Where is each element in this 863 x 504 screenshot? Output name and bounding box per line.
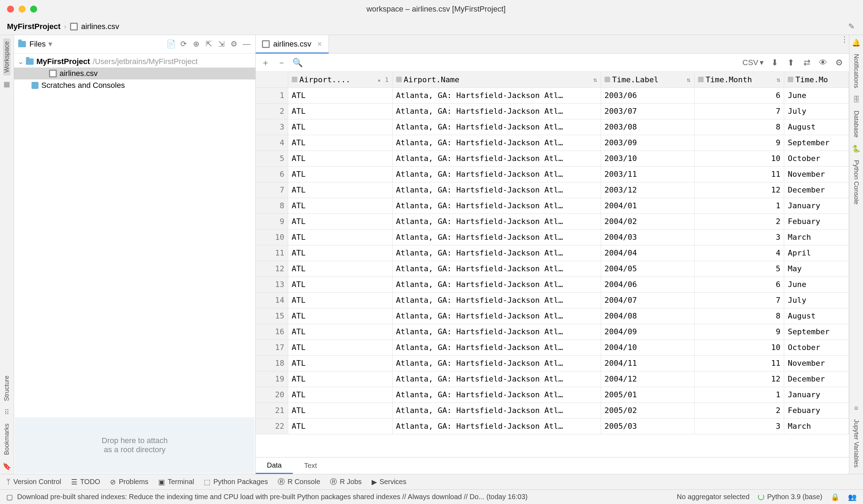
cell-time-label[interactable]: 2004/06	[601, 276, 694, 292]
bell-icon[interactable]: 🔔	[852, 38, 861, 47]
table-row[interactable]: 20ATLAtlanta, GA: Hartsfield-Jackson Atl…	[256, 387, 849, 402]
gear-icon[interactable]: ⚙	[229, 40, 239, 49]
cell-time-month[interactable]: 5	[694, 261, 784, 276]
cell-airport-code[interactable]: ATL	[288, 182, 392, 198]
cell-time-month[interactable]: 1	[694, 198, 784, 214]
cell-time-label[interactable]: 2003/06	[601, 88, 694, 103]
cell-airport-name[interactable]: Atlanta, GA: Hartsfield-Jackson Atl…	[392, 245, 601, 261]
cell-time-month[interactable]: 11	[694, 355, 784, 371]
cell-airport-code[interactable]: ATL	[288, 261, 392, 276]
data-grid[interactable]: Airport.... ▴ 1 Airport.Name ⇅	[256, 72, 849, 457]
cell-time-label[interactable]: 2003/10	[601, 150, 694, 166]
row-number-cell[interactable]: 21	[256, 402, 288, 418]
tree-file-node[interactable]: airlines.csv	[14, 68, 255, 79]
row-number-cell[interactable]: 20	[256, 387, 288, 402]
aggregator-status[interactable]: No aggregator selected	[677, 493, 750, 501]
python-packages-tool-button[interactable]: ⬚ Python Packages	[204, 478, 268, 486]
cell-airport-code[interactable]: ATL	[288, 88, 392, 103]
table-row[interactable]: 16ATLAtlanta, GA: Hartsfield-Jackson Atl…	[256, 324, 849, 340]
cell-time-label[interactable]: 2004/11	[601, 355, 694, 371]
cell-time-month-name[interactable]: November	[784, 166, 849, 182]
row-number-cell[interactable]: 11	[256, 245, 288, 261]
cell-time-month-name[interactable]: March	[784, 418, 849, 434]
cell-airport-code[interactable]: ATL	[288, 292, 392, 308]
row-number-cell[interactable]: 15	[256, 308, 288, 324]
cell-airport-code[interactable]: ATL	[288, 418, 392, 434]
column-header-airport-name[interactable]: Airport.Name ⇅	[392, 72, 601, 88]
cell-airport-name[interactable]: Atlanta, GA: Hartsfield-Jackson Atl…	[392, 418, 601, 434]
cell-airport-name[interactable]: Atlanta, GA: Hartsfield-Jackson Atl…	[392, 292, 601, 308]
structure-tool-button[interactable]: Structure	[3, 373, 11, 404]
table-row[interactable]: 7ATLAtlanta, GA: Hartsfield-Jackson Atl……	[256, 182, 849, 198]
cell-airport-name[interactable]: Atlanta, GA: Hartsfield-Jackson Atl…	[392, 135, 601, 150]
window-zoom-button[interactable]	[30, 6, 37, 13]
table-row[interactable]: 1ATLAtlanta, GA: Hartsfield-Jackson Atl……	[256, 88, 849, 103]
chevron-down-icon[interactable]: ⌄	[18, 57, 23, 66]
database-icon[interactable]: 🗄	[852, 95, 861, 104]
cell-time-month[interactable]: 2	[694, 402, 784, 418]
project-root-node[interactable]: ⌄ MyFirstProject /Users/jetbrains/MyFirs…	[14, 56, 255, 68]
cell-time-label[interactable]: 2004/12	[601, 371, 694, 387]
cell-airport-code[interactable]: ATL	[288, 387, 392, 402]
reload-icon[interactable]: ⟳	[179, 40, 188, 49]
drop-area[interactable]: Drop here to attach as a root directory	[15, 417, 255, 473]
cell-time-label[interactable]: 2003/07	[601, 103, 694, 119]
cell-airport-code[interactable]: ATL	[288, 355, 392, 371]
cell-time-month-name[interactable]: January	[784, 387, 849, 402]
add-row-icon[interactable]: ＋	[261, 58, 270, 68]
column-header-time-month-name[interactable]: Time.Mo	[784, 72, 849, 88]
scratches-node[interactable]: Scratches and Consoles	[14, 79, 255, 91]
cell-time-month-name[interactable]: September	[784, 135, 849, 150]
cell-time-month[interactable]: 7	[694, 103, 784, 119]
view-tab-text[interactable]: Text	[293, 457, 328, 474]
cell-airport-code[interactable]: ATL	[288, 150, 392, 166]
cell-time-label[interactable]: 2003/12	[601, 182, 694, 198]
cell-time-label[interactable]: 2005/01	[601, 387, 694, 402]
table-row[interactable]: 15ATLAtlanta, GA: Hartsfield-Jackson Atl…	[256, 308, 849, 324]
cell-time-month-name[interactable]: October	[784, 340, 849, 355]
cell-airport-name[interactable]: Atlanta, GA: Hartsfield-Jackson Atl…	[392, 371, 601, 387]
cell-airport-code[interactable]: ATL	[288, 324, 392, 340]
cell-time-month-name[interactable]: April	[784, 245, 849, 261]
cell-time-month-name[interactable]: Febuary	[784, 402, 849, 418]
table-row[interactable]: 3ATLAtlanta, GA: Hartsfield-Jackson Atl……	[256, 119, 849, 135]
cell-time-month[interactable]: 8	[694, 308, 784, 324]
breadcrumb-file[interactable]: airlines.csv	[81, 22, 119, 31]
cell-time-label[interactable]: 2004/08	[601, 308, 694, 324]
database-tool-button[interactable]: Database	[852, 108, 860, 140]
bookmarks-tool-button[interactable]: Bookmarks	[3, 421, 11, 458]
upload-icon[interactable]: ⬆	[786, 58, 796, 68]
cell-time-month[interactable]: 11	[694, 166, 784, 182]
cell-airport-name[interactable]: Atlanta, GA: Hartsfield-Jackson Atl…	[392, 276, 601, 292]
people-icon[interactable]: 👥	[848, 493, 857, 501]
cell-airport-name[interactable]: Atlanta, GA: Hartsfield-Jackson Atl…	[392, 229, 601, 245]
cell-time-label[interactable]: 2004/07	[601, 292, 694, 308]
hide-icon[interactable]: —	[242, 40, 251, 49]
cell-airport-code[interactable]: ATL	[288, 245, 392, 261]
cell-airport-name[interactable]: Atlanta, GA: Hartsfield-Jackson Atl…	[392, 88, 601, 103]
column-header-time-month[interactable]: Time.Month ⇅	[694, 72, 784, 88]
status-indicator-icon[interactable]: ▢	[6, 493, 13, 501]
cell-time-month-name[interactable]: August	[784, 308, 849, 324]
table-row[interactable]: 8ATLAtlanta, GA: Hartsfield-Jackson Atl……	[256, 198, 849, 214]
cell-time-month-name[interactable]: December	[784, 371, 849, 387]
row-number-cell[interactable]: 4	[256, 135, 288, 150]
editor-tab-airlines[interactable]: airlines.csv ✕	[256, 35, 329, 53]
table-row[interactable]: 21ATLAtlanta, GA: Hartsfield-Jackson Atl…	[256, 402, 849, 418]
cell-airport-name[interactable]: Atlanta, GA: Hartsfield-Jackson Atl…	[392, 166, 601, 182]
cell-time-month[interactable]: 10	[694, 150, 784, 166]
cell-airport-code[interactable]: ATL	[288, 103, 392, 119]
cell-time-month[interactable]: 3	[694, 229, 784, 245]
window-minimize-button[interactable]	[19, 6, 26, 13]
row-number-cell[interactable]: 10	[256, 229, 288, 245]
cell-time-month[interactable]: 9	[694, 324, 784, 340]
cell-airport-name[interactable]: Atlanta, GA: Hartsfield-Jackson Atl…	[392, 387, 601, 402]
search-icon[interactable]: 🔍	[293, 58, 303, 68]
r-jobs-tool-button[interactable]: Ⓡ R Jobs	[330, 477, 361, 486]
python-icon[interactable]: 🐍	[852, 145, 861, 153]
cell-airport-name[interactable]: Atlanta, GA: Hartsfield-Jackson Atl…	[392, 402, 601, 418]
cell-airport-name[interactable]: Atlanta, GA: Hartsfield-Jackson Atl…	[392, 340, 601, 355]
cell-airport-name[interactable]: Atlanta, GA: Hartsfield-Jackson Atl…	[392, 355, 601, 371]
cell-airport-code[interactable]: ATL	[288, 119, 392, 135]
locate-icon[interactable]: ⊕	[192, 40, 201, 49]
